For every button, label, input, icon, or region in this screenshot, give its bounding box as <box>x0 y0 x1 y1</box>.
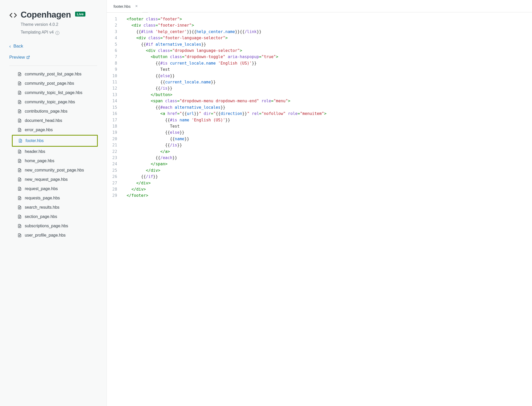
line-number: 16 <box>107 111 122 117</box>
file-item-error_page-hbs[interactable]: error_page.hbs <box>9 125 97 135</box>
line-number: 9 <box>107 66 122 73</box>
code-line[interactable]: 25 </div> <box>107 167 532 174</box>
file-item-subscriptions_page-hbs[interactable]: subscriptions_page.hbs <box>9 221 97 231</box>
code-line[interactable]: 18 Test <box>107 123 532 129</box>
code-content[interactable]: <button class="dropdown-toggle" aria-has… <box>122 54 278 60</box>
code-content[interactable]: </div> <box>122 180 151 186</box>
code-content[interactable]: <a href="{{url}}" dir="{{direction}}" re… <box>122 111 326 117</box>
file-item-home_page-hbs[interactable]: home_page.hbs <box>9 156 97 166</box>
line-number: 2 <box>107 22 122 28</box>
code-content[interactable]: {{name}} <box>122 136 189 142</box>
svg-line-0 <box>28 56 29 58</box>
close-icon[interactable]: × <box>135 4 138 9</box>
code-content[interactable]: </button> <box>122 92 172 98</box>
file-item-new_community_post_page-hbs[interactable]: new_community_post_page.hbs <box>9 166 97 175</box>
code-content[interactable]: {{/each}} <box>122 155 177 161</box>
code-line[interactable]: 15 {{#each alternative_locales}} <box>107 104 532 111</box>
code-content[interactable]: Test <box>122 123 180 129</box>
file-name: community_post_page.hbs <box>25 81 74 86</box>
code-content[interactable]: {{#is name 'English (US)'}} <box>122 117 230 123</box>
code-content[interactable]: </div> <box>122 167 160 174</box>
code-content[interactable]: </span> <box>122 161 167 167</box>
code-line[interactable]: 4 <div class="footer-language-selector"> <box>107 35 532 41</box>
file-item-community_topic_list_page-hbs[interactable]: community_topic_list_page.hbs <box>9 88 97 97</box>
templating-api: Templating API v4 i <box>21 28 97 36</box>
code-line[interactable]: 7 <button class="dropdown-toggle" aria-h… <box>107 54 532 60</box>
code-content[interactable]: <div class="footer-language-selector"> <box>122 35 228 41</box>
code-line[interactable]: 22 </a> <box>107 149 532 155</box>
code-line[interactable]: 6 <div class="dropdown language-selector… <box>107 48 532 54</box>
code-line[interactable]: 28 </div> <box>107 186 532 192</box>
file-item-contributions_page-hbs[interactable]: contributions_page.hbs <box>9 107 97 116</box>
code-line[interactable]: 21 {{/is}} <box>107 142 532 148</box>
code-line[interactable]: 29 </footer> <box>107 192 532 199</box>
info-icon[interactable]: i <box>55 31 59 35</box>
code-line[interactable]: 16 <a href="{{url}}" dir="{{direction}}"… <box>107 111 532 117</box>
file-item-community_post_page-hbs[interactable]: community_post_page.hbs <box>9 79 97 88</box>
code-line[interactable]: 2 <div class="footer-inner"> <box>107 22 532 28</box>
code-content[interactable]: <span class="dropdown-menu dropdown-menu… <box>122 98 290 104</box>
file-icon <box>18 138 22 143</box>
code-content[interactable]: </a> <box>122 149 170 155</box>
file-name: community_topic_page.hbs <box>25 100 75 104</box>
file-item-request_page-hbs[interactable]: request_page.hbs <box>9 184 97 193</box>
file-item-user_profile_page-hbs[interactable]: user_profile_page.hbs <box>9 231 97 240</box>
file-item-requests_page-hbs[interactable]: requests_page.hbs <box>9 193 97 203</box>
code-line[interactable]: 27 </div> <box>107 180 532 186</box>
code-line[interactable]: 5 {{#if alternative_locales}} <box>107 41 532 48</box>
code-line[interactable]: 23 {{/each}} <box>107 155 532 161</box>
code-line[interactable]: 26 {{/if}} <box>107 174 532 180</box>
back-link[interactable]: ‹ Back <box>9 44 97 49</box>
code-content[interactable]: {{#each alternative_locales}} <box>122 104 225 111</box>
code-line[interactable]: 12 {{/is}} <box>107 85 532 91</box>
code-line[interactable]: 14 <span class="dropdown-menu dropdown-m… <box>107 98 532 104</box>
file-item-new_request_page-hbs[interactable]: new_request_page.hbs <box>9 175 97 184</box>
code-content[interactable]: <div class="footer-inner"> <box>122 22 194 28</box>
tab-footer-hbs[interactable]: footer.hbs× <box>112 0 142 12</box>
code-content[interactable]: {{/if}} <box>122 174 158 180</box>
line-number: 13 <box>107 92 122 98</box>
file-name: requests_page.hbs <box>25 196 60 200</box>
file-item-community_topic_page-hbs[interactable]: community_topic_page.hbs <box>9 97 97 107</box>
preview-link[interactable]: Preview <box>9 55 97 60</box>
code-line[interactable]: 19 {{else}} <box>107 129 532 136</box>
editor-pane: footer.hbs× 1 <footer class="footer">2 <… <box>107 0 532 406</box>
code-line[interactable]: 1 <footer class="footer"> <box>107 16 532 22</box>
code-line[interactable]: 20 {{name}} <box>107 136 532 142</box>
code-content[interactable]: {{#link 'help_center'}}{{help_center.nam… <box>122 29 261 35</box>
code-content[interactable]: <footer class="footer"> <box>122 16 182 22</box>
file-icon <box>18 158 22 163</box>
code-content[interactable]: </footer> <box>122 192 148 199</box>
code-line[interactable]: 10 {{else}} <box>107 73 532 79</box>
code-editor[interactable]: 1 <footer class="footer">2 <div class="f… <box>107 12 532 406</box>
code-content[interactable]: {{else}} <box>122 129 184 136</box>
code-content[interactable]: {{current_locale.name}} <box>122 79 216 85</box>
file-item-footer-hbs[interactable]: footer.hbs <box>13 136 97 145</box>
code-line[interactable]: 8 {{#is current_locale.name 'English (US… <box>107 60 532 66</box>
code-content[interactable]: {{#is current_locale.name 'English (US)'… <box>122 60 257 66</box>
file-icon <box>18 196 22 201</box>
file-icon <box>18 223 22 229</box>
code-line[interactable]: 11 {{current_locale.name}} <box>107 79 532 85</box>
code-content[interactable]: {{#if alternative_locales}} <box>122 41 206 48</box>
code-line[interactable]: 9 Test <box>107 66 532 73</box>
code-content[interactable]: <div class="dropdown language-selector"> <box>122 48 242 54</box>
file-item-header-hbs[interactable]: header.hbs <box>9 147 97 156</box>
code-line[interactable]: 3 {{#link 'help_center'}}{{help_center.n… <box>107 29 532 35</box>
file-item-community_post_list_page-hbs[interactable]: community_post_list_page.hbs <box>9 69 97 79</box>
file-icon <box>18 186 22 191</box>
code-content[interactable]: {{/is}} <box>122 85 172 91</box>
file-name: subscriptions_page.hbs <box>25 224 68 228</box>
code-content[interactable]: {{else}} <box>122 73 175 79</box>
code-content[interactable]: </div> <box>122 186 146 192</box>
file-item-section_page-hbs[interactable]: section_page.hbs <box>9 212 97 221</box>
line-number: 17 <box>107 117 122 123</box>
code-line[interactable]: 13 </button> <box>107 92 532 98</box>
line-number: 6 <box>107 48 122 54</box>
code-content[interactable]: {{/is}} <box>122 142 182 148</box>
code-content[interactable]: Test <box>122 66 170 73</box>
code-line[interactable]: 17 {{#is name 'English (US)'}} <box>107 117 532 123</box>
file-item-search_results-hbs[interactable]: search_results.hbs <box>9 203 97 212</box>
file-item-document_head-hbs[interactable]: document_head.hbs <box>9 116 97 125</box>
code-line[interactable]: 24 </span> <box>107 161 532 167</box>
